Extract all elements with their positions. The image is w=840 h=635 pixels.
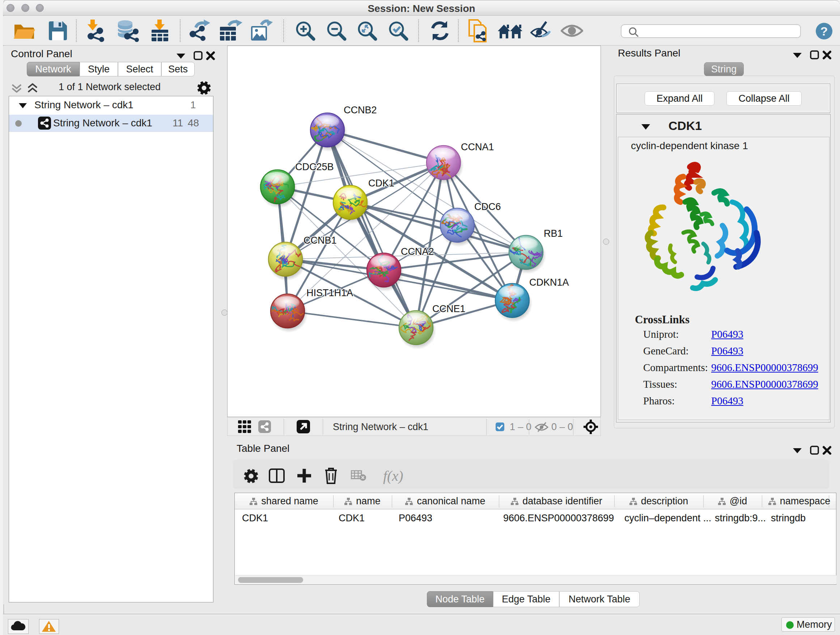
svg-text:CCNA2: CCNA2 [401, 246, 434, 257]
svg-text:CDK1: CDK1 [368, 178, 394, 188]
svg-text:RB1: RB1 [544, 228, 563, 239]
svg-text:CDKN1A: CDKN1A [529, 277, 569, 288]
svg-text:CCNE1: CCNE1 [432, 303, 466, 314]
svg-text:HIST1H1A: HIST1H1A [306, 287, 353, 298]
svg-text:CCNA1: CCNA1 [461, 141, 494, 152]
svg-text:CCNB1: CCNB1 [303, 235, 337, 246]
svg-text:CCNB2: CCNB2 [344, 105, 377, 116]
svg-text:CDC6: CDC6 [474, 201, 501, 212]
svg-text:CDC25B: CDC25B [295, 162, 334, 172]
